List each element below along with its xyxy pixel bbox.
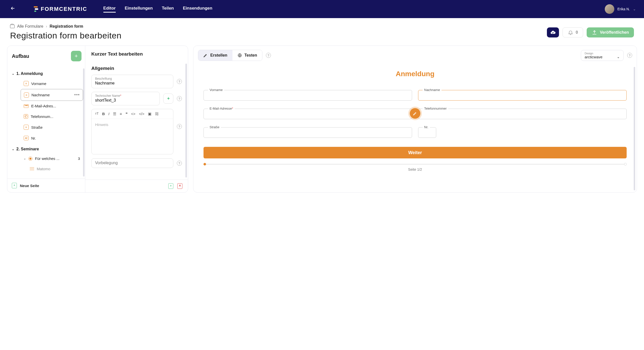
text-field-icon: = (24, 81, 29, 86)
structure-sidebar: Aufbau + ⌄1. Anmeldung =Vorname =Nachnam… (7, 46, 85, 192)
quote-tool[interactable]: ❝ (126, 112, 128, 116)
cloud-check-icon (550, 30, 556, 35)
chevron-down-icon: ⌄ (633, 7, 636, 11)
sidebar-title: Aufbau (12, 53, 29, 59)
field-editor: Kurzer Text bearbeiten Allgemein Beschri… (85, 46, 188, 192)
edit-indicator-icon (410, 108, 420, 119)
nav-settings[interactable]: Einstellungen (125, 6, 153, 13)
structure-tree[interactable]: ⌄1. Anmeldung =Vorname =Nachname••• E-Ma… (7, 66, 85, 179)
mail-icon (24, 104, 29, 108)
more-icon[interactable]: ••• (74, 92, 80, 98)
publish-button[interactable]: Veröffentlichen (587, 27, 634, 37)
nav-share[interactable]: Teilen (162, 6, 174, 13)
bold-tool[interactable]: B (102, 112, 105, 116)
globe-icon (237, 53, 242, 58)
breadcrumb-root[interactable]: Alle Formulare (17, 24, 43, 29)
list-icon (30, 167, 34, 171)
user-menu[interactable]: Erika N. ⌄ (605, 4, 636, 14)
notif-count: 0 (576, 30, 578, 35)
bell-icon (568, 30, 573, 35)
preview-field-str[interactable]: Straße (204, 127, 412, 138)
tree-item-nachname[interactable]: =Nachname••• (21, 89, 83, 101)
delete-button[interactable] (177, 183, 182, 189)
default-input[interactable] (95, 161, 170, 165)
preview-form-title: Anmeldung (204, 70, 627, 78)
hint-richtext: тT B I ☰ ≡ ❝ <> </> ▣ ⛓ Hinweis (91, 109, 173, 154)
design-select[interactable]: Design arcticwave ⌄ (581, 50, 624, 61)
tree-item-nr[interactable]: 42Nr. (21, 133, 83, 143)
tree-item-telefon[interactable]: ✆Telefonnum... (21, 111, 83, 122)
nav: Editor Einstellungen Teilen Einsendungen (103, 6, 213, 13)
page-header: Alle Formulare › Registration form Regis… (0, 18, 644, 46)
help-icon[interactable]: ? (627, 53, 632, 58)
preview-field-vorname[interactable]: Vorname (204, 90, 412, 101)
tree-group-anmeldung[interactable]: ⌄1. Anmeldung (9, 69, 83, 78)
tree-item-strasse[interactable]: =Straße (21, 122, 83, 133)
help-icon[interactable]: ? (177, 96, 182, 101)
preview-field-tel[interactable]: Telefonnummer (418, 109, 627, 119)
help-icon[interactable]: ? (177, 124, 182, 129)
mode-create[interactable]: Erstellen (198, 50, 232, 61)
help-icon[interactable]: ? (177, 79, 182, 84)
topbar: FORMCENTRIC Editor Einstellungen Teilen … (0, 0, 644, 18)
add-element-button[interactable]: + (71, 51, 82, 61)
back-button[interactable] (8, 6, 18, 13)
mode-test[interactable]: Testen (232, 50, 262, 61)
preview-mode-segment: Erstellen Testen (198, 50, 262, 61)
new-page-icon (12, 183, 17, 188)
nav-editor[interactable]: Editor (103, 6, 116, 13)
help-icon[interactable]: ? (177, 161, 182, 166)
ul-tool[interactable]: ☰ (113, 112, 116, 116)
help-icon[interactable]: ? (266, 53, 271, 58)
link-tool[interactable]: ⛓ (155, 112, 159, 116)
preview-field-nr[interactable]: Nr. (418, 127, 627, 138)
autofill-button[interactable]: ✦ (163, 94, 173, 104)
nav-submissions[interactable]: Einsendungen (183, 6, 212, 13)
cloud-save-button[interactable] (547, 27, 559, 37)
user-name: Erika N. (617, 7, 630, 11)
logo-text: FORMCENTRIC (41, 6, 87, 12)
folder-icon (10, 25, 15, 28)
tree-group-seminare[interactable]: ⌄2. Seminare (9, 145, 83, 153)
codeblock-tool[interactable]: </> (139, 112, 144, 116)
techname-input-wrap[interactable]: Technischer Name* (91, 92, 160, 105)
number-field-icon: 42 (24, 136, 29, 140)
ol-tool[interactable]: ≡ (120, 112, 122, 116)
richtext-toolbar: тT B I ☰ ≡ ❝ <> </> ▣ ⛓ (92, 109, 173, 119)
techname-label: Technischer Name* (95, 94, 156, 98)
new-page-button[interactable]: Neue Seite (7, 179, 85, 192)
duplicate-button[interactable] (168, 183, 173, 189)
label-input-wrap[interactable]: Beschriftung (91, 75, 173, 88)
editor-heading: Kurzer Text bearbeiten (85, 46, 188, 62)
preview-submit-button[interactable]: Weiter (204, 147, 627, 158)
notifications-button[interactable]: 0 (562, 27, 583, 37)
hint-textarea[interactable]: Hinweis (92, 119, 173, 154)
radio-icon (28, 157, 32, 161)
tree-item-email[interactable]: E-Mail-Adres... (21, 101, 83, 111)
default-input-wrap[interactable] (91, 158, 173, 168)
text-field-icon: = (24, 93, 29, 98)
progress-dot-active (204, 163, 206, 165)
page-title: Registration form bearbeiten (10, 31, 122, 40)
heading-tool[interactable]: тT (95, 112, 99, 116)
text-field-icon: = (24, 125, 29, 130)
tree-item-vorname[interactable]: =Vorname (21, 78, 83, 89)
tree-item-matomo[interactable]: Matomo (27, 164, 83, 174)
code-tool[interactable]: <> (131, 112, 136, 116)
upload-icon (592, 30, 597, 35)
image-tool[interactable]: ▣ (148, 112, 151, 116)
chevron-down-icon: ⌄ (12, 72, 14, 75)
breadcrumb-current: Registration form (50, 24, 83, 29)
preview-field-email[interactable]: E-Mail-Adresse* (204, 109, 412, 119)
techname-input[interactable] (95, 98, 156, 103)
plus-icon: + (75, 53, 78, 59)
tree-item-seminar-choice[interactable]: ⌄Für welches ...3 (21, 153, 83, 164)
avatar (605, 4, 614, 14)
pencil-icon (413, 111, 417, 116)
chevron-down-icon: ⌄ (12, 147, 14, 151)
editor-section-title: Allgemein (91, 66, 182, 71)
italic-tool[interactable]: I (108, 112, 109, 116)
preview-field-nachname[interactable]: Nachname (418, 90, 627, 101)
preview-progress (204, 163, 627, 165)
label-input[interactable] (95, 81, 170, 85)
